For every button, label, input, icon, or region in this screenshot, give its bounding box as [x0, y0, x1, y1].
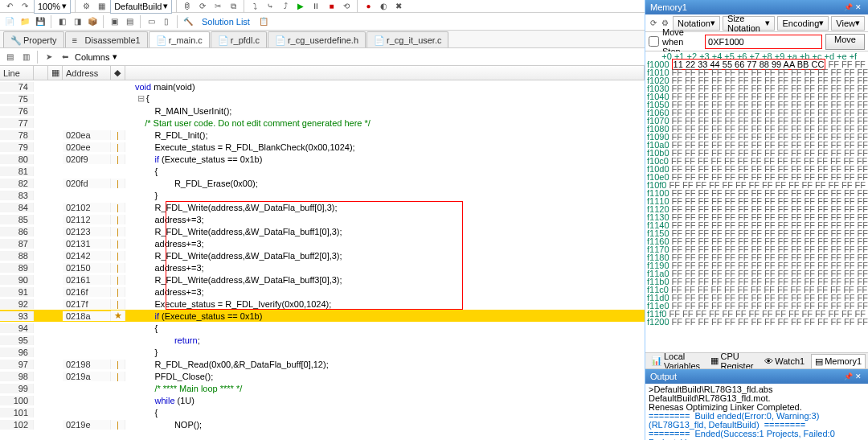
refresh-icon[interactable]: ⟳ — [196, 0, 209, 13]
tab-watch1[interactable]: 👁Watch1 — [761, 354, 808, 368]
copy-icon[interactable]: ⧉ — [227, 0, 240, 13]
code-row[interactable]: 83 } — [0, 189, 645, 201]
code-row[interactable]: 8602123| R_FDL_Write(address,&W_DataFla_… — [0, 225, 645, 237]
code-row[interactable]: 75⊟{ — [0, 93, 645, 105]
tab-memory1[interactable]: ▤Memory1 — [811, 354, 866, 368]
cube2-icon[interactable]: ◨ — [71, 15, 84, 28]
back-icon[interactable]: ⬅ — [59, 51, 72, 64]
watch-icon: 👁 — [764, 356, 773, 366]
solution-list-btn[interactable]: Solution List — [197, 17, 255, 27]
cols-icon2[interactable]: ▥ — [19, 51, 32, 64]
tab-r-cg-userdefine[interactable]: 📄r_cg_userdefine.h — [268, 31, 366, 47]
restart-icon[interactable]: ⟲ — [340, 0, 353, 13]
tab-property[interactable]: 🔧Property — [3, 31, 64, 47]
db-icon[interactable]: 🛢 — [181, 0, 194, 13]
close-icon[interactable]: ✕ — [855, 3, 863, 11]
package-icon[interactable]: 📦 — [86, 15, 99, 28]
pin-icon[interactable]: 📌 — [844, 372, 852, 380]
cube-icon[interactable]: ◧ — [55, 15, 68, 28]
code-row[interactable]: 9002161| R_FDL_Write(address,&W_DataFla_… — [0, 273, 645, 286]
code-row[interactable]: 77 /* Start user code. Do not edit comme… — [0, 117, 645, 129]
bp-toggle-icon[interactable]: ◐ — [377, 0, 390, 13]
build-config-combo[interactable]: DefaultBuild▾ — [110, 0, 172, 14]
code-row[interactable]: 96 } — [0, 346, 645, 358]
col-addr-icon: ▦ — [48, 66, 63, 80]
doc-icon[interactable]: 📋 — [257, 15, 270, 28]
code-row[interactable]: 74void main(void) — [0, 80, 645, 93]
code-row[interactable]: 930218a★ if (Execute_status == 0x1b) — [0, 310, 645, 322]
tab-disassemble[interactable]: ≡Disassemble1 — [65, 31, 148, 47]
redo-icon[interactable]: ↷ — [18, 0, 31, 13]
memory-grid[interactable]: +0 +1 +2 +3 +4 +5 +6 +7 +8 +9 +a +b +c +… — [645, 51, 868, 352]
cols-icon1[interactable]: ▤ — [3, 51, 16, 64]
pause-icon[interactable]: ⏸ — [309, 0, 322, 13]
tab-r-main[interactable]: 📄r_main.c — [149, 31, 210, 47]
bp-icon[interactable]: ● — [362, 0, 375, 13]
stop-icon[interactable]: ■ — [325, 0, 338, 13]
code-row[interactable]: 79020ee| Execute_status = R_FDL_BlankChe… — [0, 141, 645, 153]
close-icon[interactable]: ✕ — [855, 372, 863, 380]
encoding-btn[interactable]: Encoding▾ — [777, 16, 829, 31]
folder-icon[interactable]: 📁 — [18, 15, 31, 28]
tab-local-vars[interactable]: 📊Local Variables — [648, 354, 704, 368]
right-column: Memory1 📌✕ ⟳ ⚙ Notation▾ Size Notation▾ … — [645, 0, 868, 440]
code-row[interactable]: 910216f| address+=3; — [0, 286, 645, 298]
memory-title-text: Memory1 — [650, 2, 687, 12]
columns-label[interactable]: Columns — [75, 52, 109, 62]
asm-icon: ≡ — [72, 35, 82, 45]
hammer-icon[interactable]: 🔨 — [182, 15, 194, 28]
code-row[interactable]: 95 return; — [0, 334, 645, 346]
memory-row[interactable]: f1200 FF FF FF FF FF FF FF FF FF FF FF F… — [647, 318, 866, 326]
output-body[interactable]: >DefaultBuild\RL78G13_fld.abs DefaultBui… — [645, 384, 868, 440]
bp-clear-icon[interactable]: ✖ — [392, 0, 405, 13]
code-row[interactable]: 80020f9| if (Execute_status == 0x1b) — [0, 153, 645, 165]
code-row[interactable]: 100 while (1U) — [0, 394, 645, 406]
tab-r-pfdl[interactable]: 📄r_pfdl.c — [211, 31, 267, 47]
chip2-icon[interactable]: ▤ — [123, 15, 136, 28]
goto-address-input[interactable] — [705, 35, 822, 49]
code-row[interactable]: 78020ea| R_FDL_Init(); — [0, 129, 645, 141]
move-button[interactable]: Move — [825, 34, 865, 50]
code-row[interactable]: 94 { — [0, 322, 645, 334]
code-row[interactable]: 980219a| PFDL_Close(); — [0, 370, 645, 382]
run-icon[interactable]: ▶ — [294, 0, 307, 13]
chip-icon[interactable]: ▣ — [108, 15, 121, 28]
undo-icon[interactable]: ↶ — [3, 0, 16, 13]
cut-icon[interactable]: ✂ — [211, 0, 224, 13]
zoom-combo[interactable]: 100%▾ — [34, 0, 71, 14]
code-row[interactable]: 82020fd| R_FDL_Erase(0x00); — [0, 177, 645, 189]
output-panel-title: Output 📌✕ — [645, 369, 868, 384]
disk-icon[interactable]: 💾 — [34, 15, 47, 28]
tab-cpu-register[interactable]: ▦CPU Register — [707, 354, 758, 368]
build-icon[interactable]: ▦ — [95, 0, 108, 13]
code-row[interactable]: 99 /* **** Main loop **** */ — [0, 382, 645, 394]
code-row[interactable]: 920217f| Execute_status = R_FDL_Iverify(… — [0, 298, 645, 310]
size-notation-btn[interactable]: Size Notation▾ — [723, 16, 776, 31]
window2-icon[interactable]: ▯ — [160, 15, 173, 28]
code-row[interactable]: 76 R_MAIN_UserInit(); — [0, 105, 645, 117]
code-row[interactable]: 8702131| address+=3; — [0, 237, 645, 249]
refresh-mem-icon[interactable]: ⟳ — [649, 17, 658, 30]
pin-icon[interactable]: 📌 — [844, 3, 852, 11]
chevron-down-icon[interactable]: ▾ — [113, 51, 117, 62]
code-header: Line ▦ Address ◆ — [0, 66, 645, 80]
code-row[interactable]: 101 { — [0, 406, 645, 418]
step-out-icon[interactable]: ⤴ — [279, 0, 292, 13]
window-icon[interactable]: ▭ — [145, 15, 158, 28]
step-over-icon[interactable]: ⤵ — [248, 0, 261, 13]
view-btn[interactable]: View▾ — [831, 16, 865, 31]
code-row[interactable]: 8502112| address+=3; — [0, 213, 645, 225]
step-into-icon[interactable]: ⤷ — [264, 0, 276, 13]
code-row[interactable]: 81 { — [0, 165, 645, 177]
code-row[interactable]: 8902150| address+=3; — [0, 261, 645, 273]
move-when-stop-check[interactable] — [649, 36, 659, 47]
code-row[interactable]: 8802142| R_FDL_Write(address,&W_DataFla_… — [0, 249, 645, 261]
gear-icon[interactable]: ⚙ — [80, 0, 92, 13]
code-row[interactable]: 9702198| R_FDL_Read(0x00,&R_DataFla_buff… — [0, 358, 645, 370]
code-row[interactable]: 1020219e| NOP(); — [0, 418, 645, 430]
new-file-icon[interactable]: 📄 — [3, 15, 16, 28]
code-row[interactable]: 8402102| R_FDL_Write(address,&W_DataFla_… — [0, 201, 645, 213]
arrow-icon[interactable]: ➤ — [43, 51, 55, 64]
code-body[interactable]: 74void main(void)75⊟{76 R_MAIN_UserInit(… — [0, 80, 645, 440]
tab-r-cg-it-user[interactable]: 📄r_cg_it_user.c — [366, 31, 448, 47]
